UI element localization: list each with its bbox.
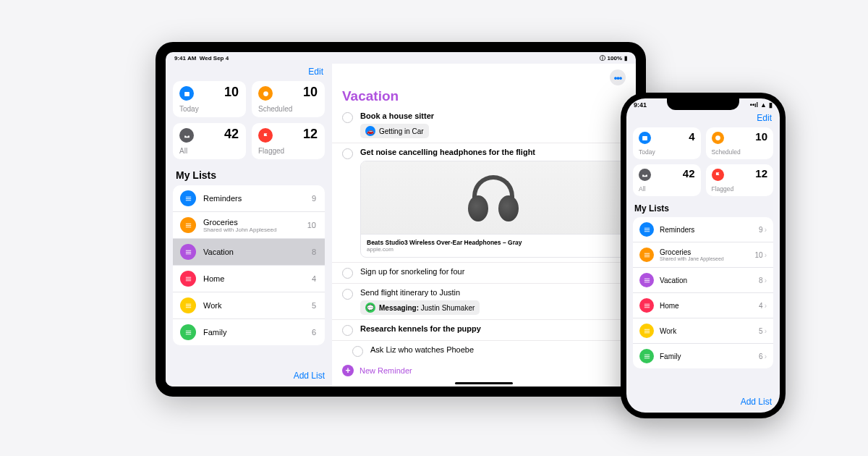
inbox-icon xyxy=(179,128,194,143)
list-row-family[interactable]: Family6 xyxy=(173,319,325,345)
task-radio[interactable] xyxy=(342,112,353,123)
task-radio[interactable] xyxy=(342,148,353,159)
svg-rect-3 xyxy=(185,198,190,199)
battery-icon: ▮ xyxy=(769,101,773,109)
chevron-right-icon: › xyxy=(765,276,767,284)
list-row-groceries[interactable]: GroceriesShared with Jane Appleseed10› xyxy=(633,242,773,268)
chip-icon: 💬 xyxy=(365,303,375,313)
wifi-icon: ▲ xyxy=(760,101,767,109)
svg-rect-22 xyxy=(644,227,649,228)
more-button[interactable]: ••• xyxy=(610,69,626,85)
list-row-groceries[interactable]: GroceriesShared with John Appleseed10 xyxy=(173,212,325,239)
card-flagged[interactable]: 12 Flagged xyxy=(252,123,325,159)
card-label: Today xyxy=(639,148,655,156)
svg-rect-27 xyxy=(644,256,649,257)
list-icon xyxy=(180,217,196,233)
list-row-work[interactable]: Work5› xyxy=(633,318,773,344)
card-all[interactable]: 42 All xyxy=(173,123,246,159)
task-row[interactable]: Sign up for snorkeling for four xyxy=(332,263,636,284)
task-text: Get noise cancelling headphones for the … xyxy=(360,148,626,156)
task-radio[interactable] xyxy=(342,289,353,300)
list-icon xyxy=(639,324,654,338)
task-radio[interactable] xyxy=(352,346,363,357)
list-count: 10 xyxy=(307,221,316,229)
svg-rect-20 xyxy=(642,136,647,140)
inbox-icon xyxy=(639,169,651,181)
battery-label: 100% xyxy=(608,55,622,62)
list-row-vacation[interactable]: Vacation8› xyxy=(633,268,773,293)
svg-rect-8 xyxy=(185,250,190,250)
signal-icon: ••ıl xyxy=(750,101,758,109)
chip-icon: 🚗 xyxy=(365,126,375,136)
wifi-icon: ⓘ xyxy=(600,54,605,62)
list-row-reminders[interactable]: Reminders9 xyxy=(173,185,325,212)
svg-rect-12 xyxy=(185,279,190,279)
svg-rect-18 xyxy=(185,332,190,333)
task-row[interactable]: Research kennels for the puppy xyxy=(332,320,636,341)
svg-point-1 xyxy=(263,91,268,96)
card-scheduled[interactable]: 10 Scheduled xyxy=(252,81,325,117)
list-row-vacation[interactable]: Vacation8 xyxy=(173,239,325,266)
list-row-work[interactable]: Work5 xyxy=(173,292,325,319)
card-today[interactable]: 10 Today xyxy=(173,81,246,117)
list-name: Groceries xyxy=(660,248,755,256)
list-icon xyxy=(639,298,654,313)
list-row-home[interactable]: Home4› xyxy=(633,293,773,318)
task-row[interactable]: Get noise cancelling headphones for the … xyxy=(332,143,636,263)
card-count: 12 xyxy=(755,167,767,180)
svg-rect-38 xyxy=(644,356,649,357)
edit-button[interactable]: Edit xyxy=(308,67,323,77)
task-text: Sign up for snorkeling for four xyxy=(360,267,626,276)
list-icon xyxy=(639,248,654,262)
svg-rect-7 xyxy=(185,227,190,227)
svg-rect-34 xyxy=(644,329,649,329)
card-all[interactable]: 42 All xyxy=(633,164,701,196)
task-row[interactable]: Book a house sitter🚗Getting in Car xyxy=(332,107,636,143)
svg-rect-9 xyxy=(185,252,190,253)
edit-button[interactable]: Edit xyxy=(757,113,772,123)
card-count: 10 xyxy=(224,85,239,100)
svg-rect-36 xyxy=(644,332,649,333)
subtask-row[interactable]: Ask Liz who watches Phoebe xyxy=(332,341,636,359)
list-row-home[interactable]: Home4 xyxy=(173,266,325,292)
svg-rect-23 xyxy=(644,229,649,230)
list-name: Work xyxy=(660,327,759,335)
ipad-status-bar: 9:41 AM Wed Sep 4 ⓘ 100% ▮ xyxy=(166,52,636,64)
status-date: Wed Sep 4 xyxy=(200,55,229,62)
task-radio[interactable] xyxy=(342,325,353,336)
svg-rect-37 xyxy=(644,354,649,355)
list-count: 4 xyxy=(312,274,316,283)
card-count: 4 xyxy=(689,130,694,143)
card-scheduled[interactable]: 10 Scheduled xyxy=(706,127,774,159)
link-host: apple.com xyxy=(367,246,619,253)
task-chip[interactable]: 💬Messaging: Justin Shumaker xyxy=(360,300,480,315)
status-time: 9:41 AM xyxy=(174,55,196,62)
task-chip[interactable]: 🚗Getting in Car xyxy=(360,124,429,138)
svg-rect-4 xyxy=(185,200,190,200)
add-list-button[interactable]: Add List xyxy=(294,371,325,381)
list-row-family[interactable]: Family6› xyxy=(633,344,773,368)
battery-icon: ▮ xyxy=(624,55,627,62)
list-count: 6 xyxy=(312,328,316,337)
card-today[interactable]: 4 Today xyxy=(633,127,701,159)
link-preview[interactable]: Beats Studio3 Wireless Over-Ear Headphon… xyxy=(360,161,626,258)
clock-icon xyxy=(712,132,724,144)
svg-rect-16 xyxy=(185,307,190,308)
card-flagged[interactable]: 12 Flagged xyxy=(706,164,774,196)
svg-rect-0 xyxy=(184,91,190,96)
clock-icon xyxy=(258,86,273,101)
list-row-reminders[interactable]: Reminders9› xyxy=(633,217,773,242)
ipad-sidebar: Edit 10 Today 10 Scheduled 42 xyxy=(166,64,332,387)
list-count: 10 xyxy=(755,251,763,259)
list-name: Vacation xyxy=(203,248,312,256)
card-label: Flagged xyxy=(712,185,734,193)
list-name: Work xyxy=(203,301,312,310)
new-reminder-button[interactable]: + New Reminder xyxy=(332,359,636,382)
home-indicator[interactable] xyxy=(455,382,513,384)
list-count: 5 xyxy=(759,327,763,335)
list-count: 9 xyxy=(312,194,316,203)
task-radio[interactable] xyxy=(342,268,353,279)
svg-rect-15 xyxy=(185,305,190,306)
add-list-button[interactable]: Add List xyxy=(741,397,772,407)
task-row[interactable]: Send flight itinerary to Justin💬Messagin… xyxy=(332,284,636,320)
